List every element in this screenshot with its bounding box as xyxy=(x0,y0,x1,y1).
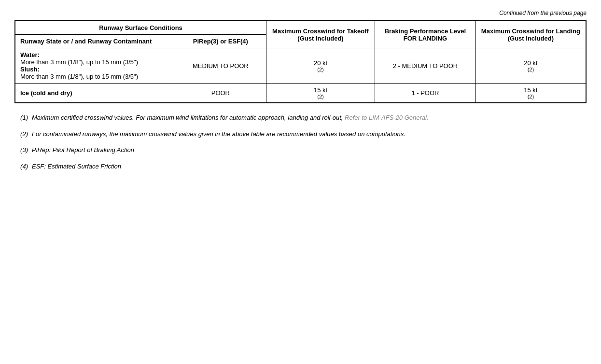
col-header-runway-state: Runway State or / and Runway Contaminant xyxy=(15,35,175,48)
cell-braking-2: 1 - POOR xyxy=(375,84,476,103)
footnote-text-1: Maximum certified crosswind values. For … xyxy=(32,113,429,123)
runway-state-bold-slush: Slush: xyxy=(20,66,40,73)
cell-crosswind-landing-2: 15 kt (2) xyxy=(475,84,586,103)
footnotes-section: (1) Maximum certified crosswind values. … xyxy=(14,113,587,171)
col-header-crosswind-landing: Maximum Crosswind for Landing (Gust incl… xyxy=(475,21,586,48)
footnote-text-2: For contaminated runways, the maximum cr… xyxy=(32,129,405,139)
crosswind-takeoff-sub-2: (2) xyxy=(271,94,370,99)
footnote-4: (4) ESF: Estimated Surface Friction xyxy=(14,162,587,171)
cell-crosswind-takeoff-1: 20 kt (2) xyxy=(266,48,375,84)
footnote-number-3: (3) xyxy=(14,145,32,155)
col-header-braking: Braking Performance Level FOR LANDING xyxy=(375,21,476,48)
footnote-text-4: ESF: Estimated Surface Friction xyxy=(32,162,121,171)
crosswind-landing-main-2: 15 kt xyxy=(481,86,581,94)
footnote-3: (3) PiRep: Pilot Report of Braking Actio… xyxy=(14,145,587,155)
continued-label: Continued from the previous page xyxy=(14,10,587,16)
crosswind-takeoff-main-1: 20 kt xyxy=(271,59,370,67)
cell-runway-state-1: Water: More than 3 mm (1/8"), up to 15 m… xyxy=(15,48,175,84)
footnote-link-1: Refer to LIM-AFS-20 General. xyxy=(345,114,428,121)
cell-pirep-1: MEDIUM TO POOR xyxy=(175,48,266,84)
footnote-number-2: (2) xyxy=(14,129,32,139)
footnote-1: (1) Maximum certified crosswind values. … xyxy=(14,113,587,123)
crosswind-landing-main-1: 20 kt xyxy=(481,59,581,67)
footnote-text-3: PiRep: Pilot Report of Braking Action xyxy=(32,145,134,155)
runway-state-bold-water: Water: xyxy=(20,51,40,58)
crosswind-takeoff-sub-1: (2) xyxy=(271,67,370,72)
col-header-crosswind-takeoff: Maximum Crosswind for Takeoff (Gust incl… xyxy=(266,21,375,48)
footnote-2: (2) For contaminated runways, the maximu… xyxy=(14,129,587,139)
footnote-number-1: (1) xyxy=(14,113,32,123)
runway-state-bold-ice: Ice (cold and dry) xyxy=(20,89,72,97)
col-header-pirep: PiRep(3) or ESF(4) xyxy=(175,35,266,48)
cell-pirep-2: POOR xyxy=(175,84,266,103)
runway-conditions-table: Runway Surface Conditions Maximum Crossw… xyxy=(14,20,587,103)
cell-runway-state-2: Ice (cold and dry) xyxy=(15,84,175,103)
table-merged-header: Runway Surface Conditions xyxy=(15,21,266,35)
table-row: Water: More than 3 mm (1/8"), up to 15 m… xyxy=(15,48,586,84)
runway-state-text-slush: More than 3 mm (1/8"), up to 15 mm (3/5"… xyxy=(20,73,138,80)
runway-state-text-water: More than 3 mm (1/8"), up to 15 mm (3/5"… xyxy=(20,58,138,66)
crosswind-landing-sub-1: (2) xyxy=(481,67,581,72)
crosswind-landing-sub-2: (2) xyxy=(481,94,581,99)
cell-braking-1: 2 - MEDIUM TO POOR xyxy=(375,48,476,84)
crosswind-takeoff-main-2: 15 kt xyxy=(271,86,370,94)
table-row: Ice (cold and dry) POOR 15 kt (2) 1 - PO… xyxy=(15,84,586,103)
cell-crosswind-landing-1: 20 kt (2) xyxy=(475,48,586,84)
cell-crosswind-takeoff-2: 15 kt (2) xyxy=(266,84,375,103)
footnote-number-4: (4) xyxy=(14,162,32,171)
